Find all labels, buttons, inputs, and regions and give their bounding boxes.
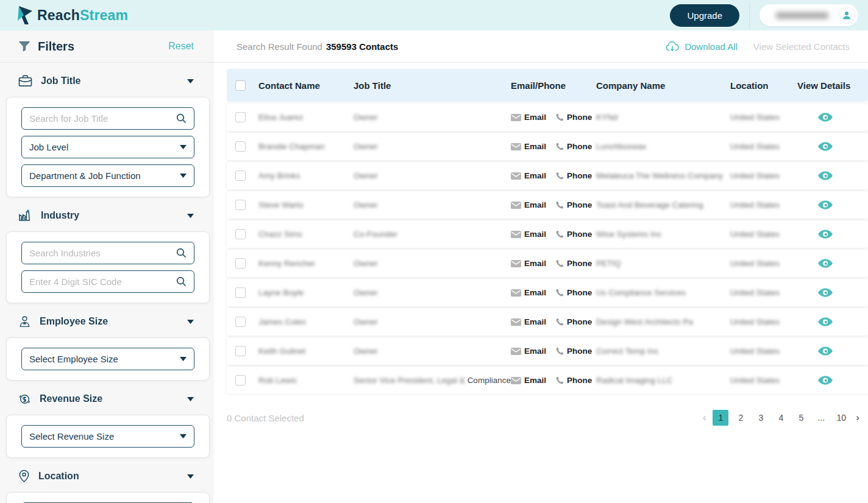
email-phone-cell: Email Phone — [511, 317, 596, 326]
industry-search-field[interactable] — [21, 242, 194, 264]
contact-location: United States — [730, 376, 797, 385]
industry-search-input[interactable] — [29, 248, 176, 258]
job-title: Owner — [354, 200, 511, 209]
next-page-button[interactable]: › — [853, 412, 862, 424]
page-number-button[interactable]: 10 — [833, 410, 849, 426]
row-checkbox[interactable] — [235, 171, 246, 181]
page-number-button[interactable]: 5 — [793, 410, 809, 426]
industry-section-header[interactable]: Industry — [0, 202, 212, 229]
email-link[interactable]: Email — [511, 171, 546, 180]
page-number-button[interactable]: 1 — [713, 410, 728, 426]
view-details-eye-icon[interactable] — [818, 288, 868, 297]
select-all-checkbox[interactable] — [235, 80, 246, 91]
phone-link[interactable]: Phone — [556, 317, 592, 326]
company-name: Radical Imaging LLC — [596, 376, 730, 385]
view-details-eye-icon[interactable] — [818, 346, 868, 356]
download-all-button[interactable]: Download All — [666, 41, 738, 52]
search-icon — [176, 248, 187, 258]
sic-code-field[interactable] — [21, 270, 194, 293]
job-title-section-header[interactable]: Job Title — [0, 68, 212, 94]
email-link[interactable]: Email — [511, 113, 546, 122]
phone-icon — [556, 318, 564, 326]
view-details-eye-icon[interactable] — [818, 142, 868, 151]
chevron-down-icon — [180, 357, 187, 361]
contact-location: United States — [730, 171, 797, 180]
page-number-button[interactable]: ... — [813, 410, 829, 426]
page-number-button[interactable]: 4 — [773, 410, 789, 426]
view-details-eye-icon[interactable] — [818, 376, 868, 385]
upgrade-button[interactable]: Upgrade — [670, 4, 739, 27]
envelope-icon — [511, 172, 521, 180]
view-details-eye-icon[interactable] — [818, 200, 868, 209]
phone-link[interactable]: Phone — [556, 288, 592, 297]
job-title: Co-Founder — [354, 230, 511, 239]
job-level-dropdown[interactable]: Job Level — [21, 136, 194, 158]
revenue-size-dropdown[interactable]: Select Revenue Size — [21, 425, 194, 448]
email-link[interactable]: Email — [511, 346, 546, 356]
table-row: Kenny Rencher Owner Email Phone PETIQ Un… — [227, 250, 868, 277]
page-number-button[interactable]: 3 — [753, 410, 769, 426]
row-checkbox[interactable] — [235, 258, 246, 269]
employee-size-dropdown[interactable]: Select Employee Size — [21, 348, 194, 370]
email-link[interactable]: Email — [511, 288, 546, 297]
job-title-filter-card: Job Level Department & Job Function — [6, 97, 210, 197]
row-checkbox[interactable] — [235, 229, 246, 239]
reset-filters-button[interactable]: Reset — [168, 41, 194, 52]
phone-link[interactable]: Phone — [556, 142, 592, 151]
employee-size-section-header[interactable]: Employee Size — [0, 308, 212, 335]
page-number-button[interactable]: 2 — [733, 410, 749, 426]
chevron-down-icon[interactable] — [187, 79, 194, 83]
phone-link[interactable]: Phone — [556, 113, 592, 122]
view-details-eye-icon[interactable] — [818, 259, 868, 268]
row-checkbox[interactable] — [235, 200, 246, 210]
revenue-size-section-header[interactable]: Revenue Size — [0, 385, 212, 412]
email-link[interactable]: Email — [511, 259, 546, 268]
contact-location: United States — [730, 113, 797, 122]
row-checkbox[interactable] — [235, 141, 246, 152]
phone-link[interactable]: Phone — [556, 346, 592, 356]
chevron-down-icon[interactable] — [187, 397, 194, 401]
contact-name: Layne Boyle — [258, 288, 354, 297]
email-link[interactable]: Email — [511, 200, 546, 209]
phone-link[interactable]: Phone — [556, 376, 592, 385]
previous-page-button[interactable]: ‹ — [700, 412, 709, 424]
sic-code-input[interactable] — [29, 276, 176, 287]
topbar: ReachStream Upgrade — [0, 0, 868, 30]
row-checkbox[interactable] — [235, 112, 246, 122]
company-name: PETIQ — [596, 259, 730, 268]
phone-link[interactable]: Phone — [556, 200, 592, 209]
user-account-button[interactable] — [760, 4, 858, 26]
phone-icon — [556, 113, 564, 121]
chevron-down-icon[interactable] — [187, 474, 194, 479]
job-title-search-input[interactable] — [29, 113, 176, 124]
company-name: KYNd — [596, 113, 730, 122]
department-job-function-dropdown[interactable]: Department & Job Function — [21, 164, 194, 187]
location-section-header[interactable]: Location — [0, 463, 212, 490]
email-link[interactable]: Email — [511, 376, 546, 385]
company-name: Melaleuca The Wellness Company — [596, 171, 730, 180]
row-checkbox[interactable] — [235, 287, 246, 298]
email-link[interactable]: Email — [511, 317, 546, 326]
filter-section-revenue-size: Revenue Size Select Revenue Size — [0, 385, 212, 458]
view-details-eye-icon[interactable] — [818, 113, 868, 122]
company-name: Lunchboxwax — [596, 142, 730, 151]
view-details-eye-icon[interactable] — [818, 230, 868, 239]
view-details-eye-icon[interactable] — [818, 317, 868, 326]
column-view-details: View Details — [797, 80, 868, 91]
contact-location: United States — [730, 288, 797, 297]
view-details-eye-icon[interactable] — [818, 171, 868, 180]
row-checkbox[interactable] — [235, 346, 246, 356]
phone-link[interactable]: Phone — [556, 230, 592, 239]
chevron-down-icon[interactable] — [187, 214, 194, 218]
email-link[interactable]: Email — [511, 230, 546, 239]
chevron-down-icon — [180, 434, 187, 438]
job-title-search-field[interactable] — [21, 107, 194, 130]
view-selected-contacts-button[interactable]: View Selected Contacts — [753, 41, 850, 52]
contact-name: Rob Lewis — [258, 376, 354, 385]
chevron-down-icon[interactable] — [187, 320, 194, 324]
row-checkbox[interactable] — [235, 375, 246, 385]
phone-link[interactable]: Phone — [556, 171, 592, 180]
phone-link[interactable]: Phone — [556, 259, 592, 268]
email-link[interactable]: Email — [511, 142, 546, 151]
row-checkbox[interactable] — [235, 317, 246, 327]
